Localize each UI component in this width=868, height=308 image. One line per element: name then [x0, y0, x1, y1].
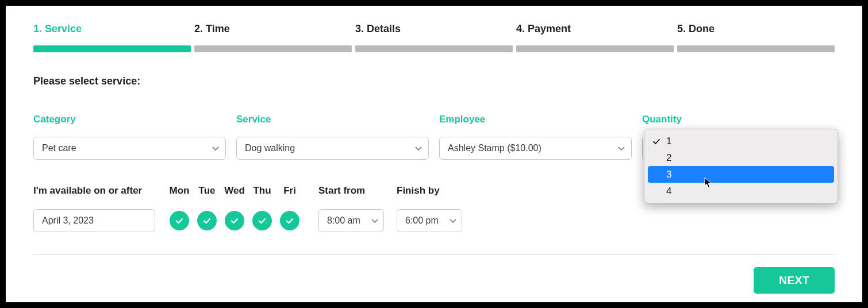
checkmark-icon	[652, 137, 660, 145]
day-toggle-thu[interactable]	[252, 211, 272, 230]
step-label: 4. Payment	[516, 23, 674, 35]
quantity-option-1[interactable]: 1	[648, 133, 834, 149]
step-label: 1. Service	[33, 23, 191, 35]
day-toggle-wed[interactable]	[225, 211, 244, 230]
step-label: 2. Time	[194, 23, 352, 35]
quantity-option-2[interactable]: 2	[648, 149, 834, 166]
weekday-toggles: Mon Tue Wed Thu	[168, 185, 301, 230]
step-service[interactable]: 1. Service	[33, 23, 191, 52]
finish-by-label: Finish by	[397, 185, 462, 197]
section-divider	[33, 254, 835, 255]
day-label: Fri	[278, 185, 301, 197]
available-date-value: April 3, 2023	[42, 215, 94, 226]
chevron-down-icon	[414, 144, 423, 152]
day-label: Mon	[168, 185, 191, 197]
booking-wizard-frame: 1. Service 2. Time 3. Details 4. Payment…	[6, 6, 862, 302]
day-col-fri: Fri	[278, 185, 301, 230]
employee-value: Ashley Stamp ($10.00)	[448, 143, 541, 153]
chevron-down-icon	[449, 217, 457, 225]
category-select[interactable]: Pet care	[33, 137, 226, 160]
quantity-option-label: 2	[666, 152, 671, 164]
step-progress-bar	[33, 45, 191, 52]
available-date-field: I'm available on or after April 3, 2023	[33, 185, 155, 232]
available-date-input[interactable]: April 3, 2023	[33, 209, 155, 232]
quantity-dropdown[interactable]: 1 2 3 4	[644, 129, 838, 203]
category-label: Category	[33, 114, 226, 125]
day-label: Tue	[195, 185, 218, 197]
day-col-wed: Wed	[223, 185, 246, 230]
finish-by-select[interactable]: 6:00 pm	[397, 209, 462, 232]
step-progress-bar	[677, 45, 835, 52]
step-label: 3. Details	[355, 23, 513, 35]
quantity-option-4[interactable]: 4	[648, 183, 834, 199]
step-time[interactable]: 2. Time	[194, 23, 352, 52]
day-label: Thu	[251, 185, 274, 197]
chevron-down-icon	[617, 144, 625, 152]
step-payment[interactable]: 4. Payment	[516, 23, 674, 52]
step-progress-bar	[516, 45, 674, 52]
start-from-label: Start from	[318, 185, 384, 197]
quantity-label: Quantity	[642, 114, 835, 125]
service-value: Dog walking	[245, 143, 295, 153]
start-from-value: 8:00 am	[327, 215, 360, 226]
finish-by-value: 6:00 pm	[405, 215, 439, 226]
quantity-option-label: 3	[666, 169, 671, 180]
step-progress-bar	[355, 45, 513, 52]
start-from-select[interactable]: 8:00 am	[318, 209, 384, 232]
footer: NEXT	[33, 267, 835, 294]
finish-by-field: Finish by 6:00 pm	[397, 185, 462, 232]
employee-select[interactable]: Ashley Stamp ($10.00)	[439, 137, 632, 160]
day-label: Wed	[223, 185, 246, 197]
service-field: Service Dog walking	[236, 114, 429, 160]
employee-field: Employee Ashley Stamp ($10.00)	[439, 114, 632, 160]
step-progress-bar	[194, 45, 352, 52]
service-label: Service	[236, 114, 429, 125]
chevron-down-icon	[212, 144, 220, 152]
day-toggle-mon[interactable]	[170, 211, 189, 230]
chevron-down-icon	[371, 217, 379, 225]
day-col-tue: Tue	[195, 185, 218, 230]
quantity-option-label: 4	[666, 186, 671, 197]
quantity-option-3[interactable]: 3	[648, 166, 834, 183]
step-label: 5. Done	[677, 23, 835, 35]
day-toggle-tue[interactable]	[197, 211, 217, 230]
start-from-field: Start from 8:00 am	[318, 185, 384, 232]
employee-label: Employee	[439, 114, 632, 125]
section-prompt: Please select service:	[33, 75, 835, 87]
stepper: 1. Service 2. Time 3. Details 4. Payment…	[33, 23, 835, 52]
step-done[interactable]: 5. Done	[677, 23, 835, 52]
next-button[interactable]: NEXT	[754, 267, 835, 294]
quantity-option-label: 1	[666, 136, 671, 147]
day-col-thu: Thu	[251, 185, 274, 230]
service-select[interactable]: Dog walking	[236, 137, 429, 160]
step-details[interactable]: 3. Details	[355, 23, 513, 52]
category-value: Pet care	[42, 143, 76, 153]
category-field: Category Pet care	[33, 114, 226, 160]
day-toggle-fri[interactable]	[280, 211, 299, 230]
day-col-mon: Mon	[168, 185, 191, 230]
available-date-label: I'm available on or after	[33, 185, 155, 197]
